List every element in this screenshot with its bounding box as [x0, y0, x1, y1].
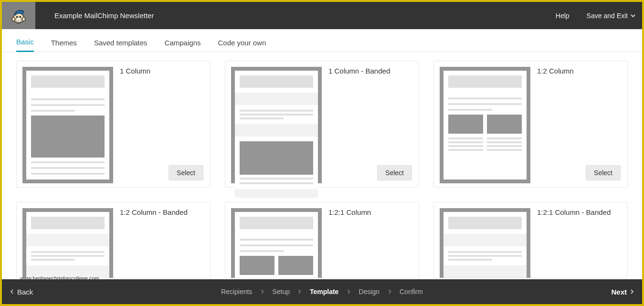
template-title: 1:2:1 Column - Banded [537, 208, 611, 272]
template-thumbnail[interactable] [440, 67, 530, 183]
help-link[interactable]: Help [556, 12, 570, 20]
select-button[interactable]: Select [586, 165, 621, 180]
back-label: Back [17, 288, 33, 296]
save-exit-label: Save and Exit [587, 12, 628, 20]
template-thumbnail[interactable] [231, 208, 322, 278]
chevron-right-icon [260, 289, 264, 294]
chevron-right-icon [630, 289, 634, 294]
template-card-1-column: 1 Column Select [16, 61, 211, 188]
next-label: Next [611, 288, 627, 296]
tab-themes[interactable]: Themes [51, 39, 77, 52]
step-setup[interactable]: Setup [272, 288, 290, 295]
template-thumbnail[interactable] [22, 67, 113, 183]
select-button[interactable]: Select [377, 165, 412, 180]
step-recipients[interactable]: Recipients [221, 288, 252, 295]
wizard-steps: Recipients Setup Template Design Confirm [221, 288, 423, 295]
template-title: 1:2 Column - Banded [120, 208, 188, 272]
template-card-1-2-1-column-banded: 1:2:1 Column - Banded Select [433, 202, 628, 278]
template-title: 1:2:1 Column [328, 208, 371, 272]
template-card-1-2-column-banded: 1:2 Column - Banded Select [16, 202, 211, 278]
template-thumbnail[interactable] [22, 208, 113, 278]
chevron-right-icon [387, 289, 392, 294]
mailchimp-logo-icon [10, 7, 28, 25]
svg-point-3 [20, 16, 21, 18]
campaign-title: Example MailChimp Newsletter [54, 11, 154, 20]
template-card-1-2-column: 1:2 Column Select [433, 61, 628, 188]
save-and-exit-dropdown[interactable]: Save and Exit [587, 12, 635, 20]
step-template[interactable]: Template [310, 288, 338, 295]
chevron-down-icon [631, 13, 635, 18]
chevron-left-icon [10, 289, 14, 294]
wizard-footer: Back Recipients Setup Template Design Co… [2, 279, 642, 304]
template-title: 1 Column [120, 67, 150, 181]
top-bar: Example MailChimp Newsletter Help Save a… [2, 2, 642, 29]
template-card-1-2-1-column: 1:2:1 Column Select [225, 202, 419, 278]
next-button[interactable]: Next [611, 288, 634, 296]
chevron-right-icon [297, 289, 302, 294]
svg-point-2 [16, 16, 18, 18]
svg-point-1 [16, 17, 21, 22]
tab-campaigns[interactable]: Campaigns [165, 39, 201, 52]
step-confirm[interactable]: Confirm [400, 288, 423, 295]
step-design[interactable]: Design [359, 288, 380, 295]
svg-point-4 [12, 17, 15, 21]
tab-saved-templates[interactable]: Saved templates [94, 39, 148, 52]
tab-code-your-own[interactable]: Code your own [218, 39, 266, 52]
template-tabs: Basic Themes Saved templates Campaigns C… [2, 29, 642, 52]
svg-point-5 [22, 17, 25, 21]
template-thumbnail[interactable] [440, 208, 530, 278]
template-card-1-column-banded: 1 Column - Banded Select [225, 61, 419, 188]
app-logo[interactable] [2, 2, 35, 29]
chevron-right-icon [346, 289, 351, 294]
template-thumbnail[interactable] [231, 67, 322, 183]
tab-basic[interactable]: Basic [16, 38, 34, 52]
select-button[interactable]: Select [169, 165, 203, 180]
template-title: 1:2 Column [537, 67, 574, 181]
template-grid: 1 Column Select 1 Column - Banded Se [16, 61, 628, 278]
back-button[interactable]: Back [10, 288, 33, 296]
watermark-text: www.heritagechristiancollege.com [20, 275, 99, 281]
template-title: 1 Column - Banded [328, 67, 390, 181]
